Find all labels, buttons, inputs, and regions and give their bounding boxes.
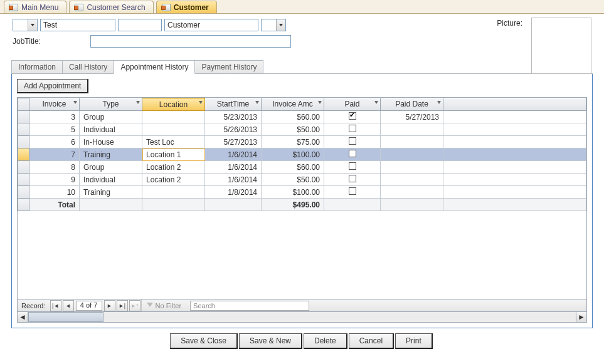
cell-invoice[interactable]: 8 bbox=[29, 161, 80, 174]
scroll-thumb[interactable] bbox=[28, 312, 103, 322]
cell-paid-date[interactable] bbox=[381, 174, 443, 186]
nav-prev-button[interactable]: ◄ bbox=[63, 300, 74, 311]
cell-amount[interactable]: $75.00 bbox=[262, 136, 324, 148]
cell-amount[interactable]: $60.00 bbox=[262, 161, 324, 174]
cell-invoice[interactable]: 7 bbox=[29, 148, 80, 161]
tab-appointment-history[interactable]: Appointment History bbox=[114, 60, 195, 74]
cell-paid-date[interactable] bbox=[381, 148, 443, 161]
cell-paid-date[interactable]: 5/27/2013 bbox=[381, 111, 443, 123]
cell-start[interactable]: 5/27/2013 bbox=[205, 136, 262, 148]
cell-paid[interactable] bbox=[324, 111, 381, 123]
cell-invoice[interactable]: 5 bbox=[29, 123, 80, 136]
nav-last-button[interactable]: ►| bbox=[117, 300, 128, 311]
window-tab-customer-search[interactable]: Customer Search bbox=[69, 1, 153, 13]
nav-next-button[interactable]: ► bbox=[104, 300, 115, 311]
cell-amount[interactable]: $50.00 bbox=[262, 123, 324, 136]
cell-type[interactable]: Training bbox=[80, 186, 142, 199]
column-header-invoice-amc[interactable]: Invoice Amc bbox=[262, 98, 324, 111]
cell-paid-date[interactable] bbox=[381, 161, 443, 174]
column-header-invoice[interactable]: Invoice bbox=[29, 98, 80, 111]
row-selector[interactable] bbox=[18, 148, 29, 161]
cell-paid[interactable] bbox=[324, 123, 381, 136]
scroll-track[interactable] bbox=[28, 312, 576, 322]
cell-amount[interactable]: $50.00 bbox=[262, 174, 324, 186]
cell-start[interactable]: 1/8/2014 bbox=[205, 186, 262, 199]
search-input[interactable]: Search bbox=[190, 301, 309, 311]
cell-type[interactable]: Individual bbox=[80, 174, 142, 186]
scroll-right-button[interactable]: ► bbox=[576, 312, 586, 322]
cell-paid[interactable] bbox=[324, 174, 381, 186]
tab-payment-history[interactable]: Payment History bbox=[194, 60, 263, 73]
checkbox-icon[interactable] bbox=[349, 187, 356, 195]
cell-paid[interactable] bbox=[324, 148, 381, 161]
row-selector[interactable] bbox=[18, 136, 29, 148]
row-selector[interactable] bbox=[18, 174, 29, 186]
cell-start[interactable]: 1/6/2014 bbox=[205, 174, 262, 186]
save-close-button[interactable]: Save & Close bbox=[170, 333, 238, 349]
column-header-paid[interactable]: Paid bbox=[324, 98, 381, 111]
horizontal-scrollbar[interactable]: ◄ ► bbox=[18, 311, 586, 322]
first-name-field[interactable]: Test bbox=[40, 19, 115, 31]
cancel-button[interactable]: Cancel bbox=[349, 333, 394, 349]
checkbox-icon[interactable] bbox=[349, 162, 356, 170]
table-row[interactable]: 5Individual5/26/2013$50.00 bbox=[18, 123, 586, 136]
select-all-corner[interactable] bbox=[18, 98, 29, 111]
picture-box[interactable] bbox=[531, 18, 591, 74]
cell-location[interactable]: Location 2 bbox=[142, 161, 205, 174]
jobtitle-field[interactable] bbox=[90, 35, 291, 48]
save-new-button[interactable]: Save & New bbox=[239, 333, 302, 349]
title-prefix-combo[interactable] bbox=[13, 19, 38, 31]
tab-information[interactable]: Information bbox=[11, 60, 63, 73]
cell-paid-date[interactable] bbox=[381, 123, 443, 136]
checkbox-icon[interactable] bbox=[349, 137, 356, 145]
cell-invoice[interactable]: 9 bbox=[29, 174, 80, 186]
table-row[interactable]: 6In-HouseTest Loc5/27/2013$75.00 bbox=[18, 136, 586, 148]
filter-indicator[interactable]: No Filter bbox=[141, 299, 187, 311]
row-selector[interactable] bbox=[18, 123, 29, 136]
checkbox-icon[interactable] bbox=[349, 175, 356, 182]
add-appointment-button[interactable]: Add Appointment bbox=[17, 79, 88, 93]
cell-start[interactable]: 1/6/2014 bbox=[205, 148, 262, 161]
tab-call-history[interactable]: Call History bbox=[62, 60, 114, 73]
cell-type[interactable]: Group bbox=[80, 111, 142, 123]
cell-location[interactable]: Location 1 bbox=[142, 148, 205, 161]
column-header-paid-date[interactable]: Paid Date bbox=[381, 98, 443, 111]
table-row[interactable]: 9IndividualLocation 21/6/2014$50.00 bbox=[18, 174, 586, 186]
cell-paid-date[interactable] bbox=[381, 136, 443, 148]
checkbox-icon[interactable] bbox=[349, 112, 356, 120]
cell-type[interactable]: Individual bbox=[80, 123, 142, 136]
cell-paid[interactable] bbox=[324, 136, 381, 148]
window-tab-main-menu[interactable]: Main Menu bbox=[4, 1, 66, 13]
cell-start[interactable]: 1/6/2014 bbox=[205, 161, 262, 174]
middle-name-field[interactable] bbox=[118, 19, 162, 31]
window-tab-customer[interactable]: Customer bbox=[156, 1, 217, 13]
checkbox-icon[interactable] bbox=[349, 125, 356, 132]
column-header-location[interactable]: Location bbox=[142, 98, 205, 111]
cell-amount[interactable]: $100.00 bbox=[262, 186, 324, 199]
checkbox-icon[interactable] bbox=[349, 150, 356, 157]
column-header-type[interactable]: Type bbox=[80, 98, 142, 111]
table-row[interactable]: 7TrainingLocation 11/6/2014$100.00 bbox=[18, 148, 586, 161]
table-row[interactable]: 3Group5/23/2013$60.005/27/2013 bbox=[18, 111, 586, 123]
cell-type[interactable]: Training bbox=[80, 148, 142, 161]
cell-invoice[interactable]: 6 bbox=[29, 136, 80, 148]
column-header-starttime[interactable]: StartTime bbox=[205, 98, 262, 111]
cell-amount[interactable]: $60.00 bbox=[262, 111, 324, 123]
cell-invoice[interactable]: 10 bbox=[29, 186, 80, 199]
cell-location[interactable] bbox=[142, 186, 205, 199]
cell-type[interactable]: In-House bbox=[80, 136, 142, 148]
table-row[interactable]: 10Training1/8/2014$100.00 bbox=[18, 186, 586, 199]
last-name-field[interactable]: Customer bbox=[164, 19, 258, 31]
cell-paid[interactable] bbox=[324, 161, 381, 174]
cell-amount[interactable]: $100.00 bbox=[262, 148, 324, 161]
print-button[interactable]: Print bbox=[395, 333, 433, 349]
suffix-combo[interactable] bbox=[261, 19, 286, 31]
nav-first-button[interactable]: |◄ bbox=[50, 300, 61, 311]
cell-start[interactable]: 5/26/2013 bbox=[205, 123, 262, 136]
nav-new-button[interactable]: ►* bbox=[129, 300, 140, 311]
cell-invoice[interactable]: 3 bbox=[29, 111, 80, 123]
row-selector[interactable] bbox=[18, 186, 29, 199]
row-selector[interactable] bbox=[18, 161, 29, 174]
delete-button[interactable]: Delete bbox=[304, 333, 347, 349]
cell-location[interactable]: Location 2 bbox=[142, 174, 205, 186]
